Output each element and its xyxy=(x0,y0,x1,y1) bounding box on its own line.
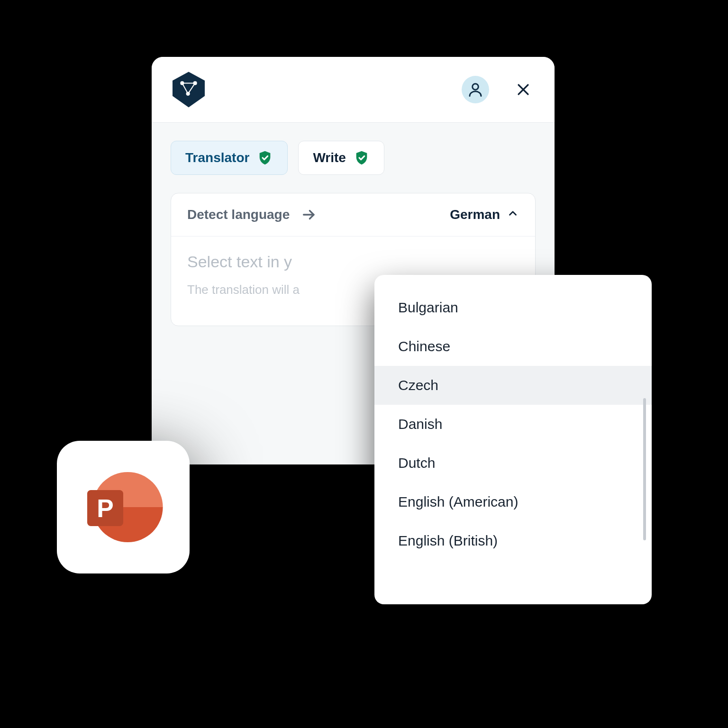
language-option[interactable]: Chinese xyxy=(374,327,652,366)
header-actions xyxy=(462,76,534,103)
source-language-label[interactable]: Detect language xyxy=(187,207,290,222)
language-option[interactable]: English (British) xyxy=(374,521,652,560)
language-option[interactable]: English (American) xyxy=(374,482,652,521)
placeholder-main: Select text in y xyxy=(187,253,519,271)
tab-translator-label: Translator xyxy=(185,150,249,165)
ppt-letter: P xyxy=(97,494,113,522)
close-button[interactable] xyxy=(513,79,534,100)
language-option[interactable]: Dutch xyxy=(374,444,652,482)
tabs: Translator Write xyxy=(171,141,536,175)
language-option[interactable]: Danish xyxy=(374,405,652,444)
svg-marker-0 xyxy=(173,72,205,108)
avatar[interactable] xyxy=(462,76,489,103)
language-row: Detect language German xyxy=(171,193,535,237)
shield-check-icon xyxy=(354,150,370,166)
language-dropdown[interactable]: BulgarianChineseCzechDanishDutchEnglish … xyxy=(374,275,652,604)
svg-point-7 xyxy=(473,84,479,90)
tab-write-label: Write xyxy=(313,150,346,165)
language-option[interactable]: Bulgarian xyxy=(374,288,652,327)
tab-translator[interactable]: Translator xyxy=(171,141,288,175)
scrollbar-thumb[interactable] xyxy=(643,398,646,540)
language-dropdown-list: BulgarianChineseCzechDanishDutchEnglish … xyxy=(374,288,652,560)
deepl-logo xyxy=(173,71,205,108)
arrow-right-icon xyxy=(301,207,317,223)
powerpoint-icon: P xyxy=(57,441,190,573)
shield-check-icon xyxy=(257,150,273,166)
panel-header xyxy=(152,57,555,122)
target-language-label: German xyxy=(450,207,500,222)
target-language-select[interactable]: German xyxy=(450,207,519,223)
chevron-up-icon xyxy=(507,207,519,223)
tab-write[interactable]: Write xyxy=(298,141,384,175)
powerpoint-tile[interactable]: P xyxy=(57,441,190,573)
language-option[interactable]: Czech xyxy=(374,366,652,405)
